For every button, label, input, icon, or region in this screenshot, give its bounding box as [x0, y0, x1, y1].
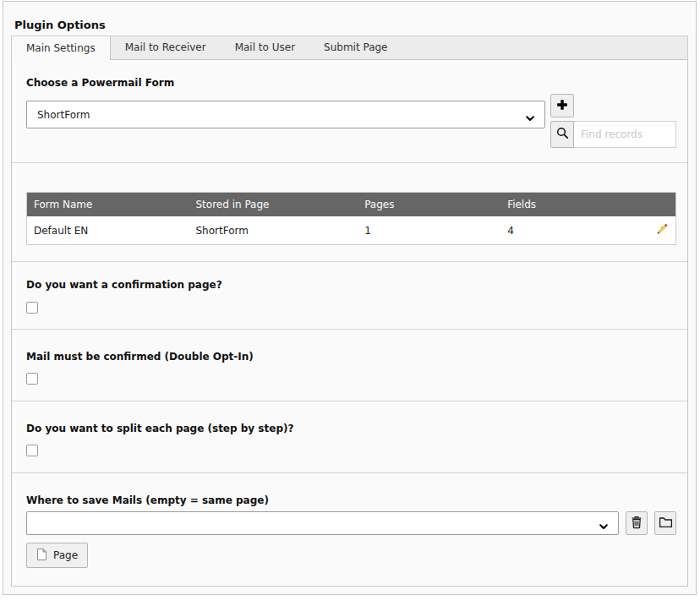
plugin-options-panel: Plugin Options Main Settings Mail to Rec… — [3, 1, 697, 595]
confirmation-page-label: Do you want a confirmation page? — [26, 279, 676, 291]
col-fields: Fields — [500, 193, 643, 217]
page-icon — [36, 548, 47, 564]
forms-table: Form Name Stored in Page Pages Fields De… — [26, 192, 676, 245]
section-confirmation-page: Do you want a confirmation page? — [12, 262, 687, 330]
page-button-label: Page — [53, 549, 78, 561]
page-button[interactable]: Page — [26, 543, 88, 568]
tab-mail-to-receiver[interactable]: Mail to Receiver — [111, 36, 221, 59]
split-pages-checkbox[interactable] — [26, 445, 38, 456]
folder-icon — [659, 516, 673, 531]
powermail-form-select[interactable]: ShortForm — [26, 101, 545, 128]
cell-stored-in-page: ShortForm — [189, 216, 358, 245]
powermail-form-select-value: ShortForm — [37, 109, 90, 121]
col-stored-in-page: Stored in Page — [189, 193, 358, 217]
save-mails-label: Where to save Mails (empty = same page) — [26, 494, 676, 506]
section-records-table: Form Name Stored in Page Pages Fields De… — [12, 163, 687, 262]
chevron-down-icon — [526, 112, 534, 124]
chevron-down-icon — [599, 521, 608, 532]
cell-fields: 4 — [500, 216, 643, 245]
tab-mail-to-user[interactable]: Mail to User — [221, 36, 309, 59]
double-opt-in-label: Mail must be confirmed (Double Opt-In) — [26, 351, 676, 363]
section-double-opt-in: Mail must be confirmed (Double Opt-In) — [12, 330, 687, 401]
table-row: Default EN ShortForm 1 4 — [27, 216, 676, 245]
find-records-input[interactable] — [574, 121, 676, 148]
browse-pages-button[interactable] — [654, 511, 676, 535]
cell-pages: 1 — [358, 216, 500, 245]
tab-content-main-settings: Choose a Powermail Form ShortForm — [11, 60, 688, 587]
form-chooser-row: ShortForm — [26, 94, 676, 148]
table-header-row: Form Name Stored in Page Pages Fields — [27, 193, 676, 217]
col-actions — [643, 193, 675, 217]
add-form-button[interactable] — [550, 94, 574, 117]
cell-form-name: Default EN — [27, 216, 189, 245]
col-pages: Pages — [358, 193, 500, 217]
page-title: Plugin Options — [11, 2, 688, 35]
save-mails-row — [26, 511, 676, 535]
tab-strip: Main Settings Mail to Receiver Mail to U… — [11, 35, 688, 60]
form-chooser-tools — [550, 94, 676, 148]
tab-submit-page[interactable]: Submit Page — [309, 36, 402, 59]
search-button[interactable] — [550, 121, 574, 148]
edit-record-button[interactable] — [655, 222, 669, 238]
edit-pencil-icon — [655, 226, 669, 238]
confirmation-page-checkbox[interactable] — [26, 302, 38, 314]
form-chooser-label: Choose a Powermail Form — [26, 77, 676, 89]
search-icon — [556, 127, 569, 142]
double-opt-in-checkbox[interactable] — [26, 373, 38, 385]
split-pages-label: Do you want to split each page (step by … — [26, 423, 676, 434]
section-split-pages: Do you want to split each page (step by … — [12, 401, 687, 473]
plus-icon — [556, 99, 568, 113]
tab-main-settings[interactable]: Main Settings — [12, 36, 111, 60]
trash-icon — [631, 516, 643, 532]
col-form-name: Form Name — [27, 193, 189, 217]
section-save-mails: Where to save Mails (empty = same page) — [12, 473, 687, 587]
find-records-group — [550, 121, 676, 148]
save-mails-select[interactable] — [26, 511, 619, 535]
clear-selection-button[interactable] — [626, 511, 648, 535]
section-form-chooser: Choose a Powermail Form ShortForm — [12, 60, 687, 163]
